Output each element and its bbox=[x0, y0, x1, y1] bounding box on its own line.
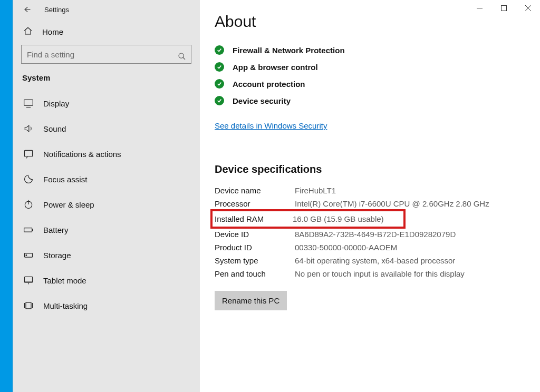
back-button[interactable] bbox=[20, 3, 33, 16]
status-label: Device security bbox=[233, 96, 291, 105]
titlebar: Settings bbox=[13, 0, 200, 19]
window-title: Settings bbox=[44, 6, 69, 14]
sidebar-item-sound[interactable]: Sound bbox=[13, 116, 200, 141]
nav-home-label: Home bbox=[42, 27, 63, 36]
status-label: Account protection bbox=[233, 80, 305, 89]
spec-val-ram: 16.0 GB (15.9 GB usable) bbox=[293, 214, 401, 223]
svg-rect-13 bbox=[32, 229, 33, 231]
close-button[interactable] bbox=[516, 0, 540, 16]
svg-rect-12 bbox=[24, 228, 32, 232]
search-input[interactable] bbox=[21, 45, 191, 64]
sidebar-item-notifications[interactable]: Notifications & actions bbox=[13, 141, 200, 166]
sidebar-item-display[interactable]: Display bbox=[13, 91, 200, 116]
sidebar-item-power[interactable]: Power & sleep bbox=[13, 192, 200, 217]
sidebar-item-battery[interactable]: Battery bbox=[13, 217, 200, 242]
content: About Firewall & Network Protection App … bbox=[200, 0, 540, 392]
check-icon bbox=[215, 79, 224, 89]
spec-table: Device name FireHubLT1 Processor Intel(R… bbox=[215, 186, 525, 278]
check-icon bbox=[215, 45, 224, 55]
check-icon bbox=[215, 96, 224, 105]
battery-icon bbox=[23, 224, 34, 235]
sidebar-item-label: Tablet mode bbox=[43, 276, 86, 285]
sidebar-item-label: Power & sleep bbox=[43, 200, 94, 209]
sound-icon bbox=[23, 123, 34, 134]
svg-rect-7 bbox=[24, 100, 33, 105]
sidebar-item-label: Battery bbox=[43, 226, 69, 234]
tablet-icon bbox=[23, 275, 34, 286]
sidebar-item-label: Notifications & actions bbox=[43, 150, 121, 159]
windows-security-link[interactable]: See details in Windows Security bbox=[215, 121, 327, 130]
sidebar-item-label: Focus assist bbox=[43, 175, 87, 184]
power-icon bbox=[23, 199, 34, 210]
nav-home[interactable]: Home bbox=[13, 19, 200, 45]
sidebar-item-label: Multi-tasking bbox=[43, 301, 88, 310]
search-icon bbox=[178, 52, 186, 63]
status-account[interactable]: Account protection bbox=[215, 79, 525, 89]
home-icon bbox=[23, 26, 33, 37]
svg-point-5 bbox=[179, 53, 184, 58]
spec-val-system-type: 64-bit operating system, x64-based proce… bbox=[295, 256, 525, 265]
status-firewall[interactable]: Firewall & Network Protection bbox=[215, 45, 525, 55]
svg-rect-9 bbox=[25, 150, 33, 156]
sidebar-list: Display Sound Notifications & actions Fo… bbox=[13, 91, 200, 318]
minimize-button[interactable] bbox=[467, 0, 491, 16]
rename-pc-button[interactable]: Rename this PC bbox=[215, 291, 287, 310]
sidebar-item-tablet[interactable]: Tablet mode bbox=[13, 268, 200, 293]
maximize-button[interactable] bbox=[491, 0, 516, 16]
status-label: App & browser control bbox=[233, 63, 318, 72]
check-icon bbox=[215, 62, 224, 72]
spec-val-product-id: 00330-50000-00000-AAOEM bbox=[295, 243, 525, 252]
sidebar-item-focus[interactable]: Focus assist bbox=[13, 166, 200, 192]
spec-val-pen-touch: No pen or touch input is available for t… bbox=[295, 269, 525, 278]
svg-rect-1 bbox=[501, 5, 506, 11]
sidebar-item-storage[interactable]: Storage bbox=[13, 242, 200, 268]
status-label: Firewall & Network Protection bbox=[233, 46, 345, 55]
spec-val-device-name: FireHubLT1 bbox=[295, 186, 525, 195]
settings-window: Settings Home System Display bbox=[13, 0, 540, 392]
sidebar-item-label: Storage bbox=[43, 251, 71, 260]
notifications-icon bbox=[23, 149, 34, 159]
spec-row-ram-highlight: Installed RAM 16.0 GB (15.9 GB usable) bbox=[210, 209, 406, 229]
svg-point-15 bbox=[26, 255, 27, 256]
sidebar-category: System bbox=[13, 73, 200, 91]
spec-val-device-id: 8A6D89A2-732B-4649-B72D-E1D09282079D bbox=[295, 230, 525, 239]
svg-rect-20 bbox=[26, 302, 31, 309]
spec-key-product-id: Product ID bbox=[215, 243, 288, 252]
status-device-security[interactable]: Device security bbox=[215, 96, 525, 105]
storage-icon bbox=[23, 250, 34, 260]
spec-key-ram: Installed RAM bbox=[213, 214, 286, 223]
sidebar-item-multitasking[interactable]: Multi-tasking bbox=[13, 293, 200, 318]
device-spec-title: Device specifications bbox=[215, 163, 525, 175]
sidebar: Settings Home System Display bbox=[13, 0, 200, 392]
focus-icon bbox=[23, 174, 34, 184]
status-app-browser[interactable]: App & browser control bbox=[215, 62, 525, 72]
svg-line-6 bbox=[183, 57, 185, 60]
spec-key-pen-touch: Pen and touch bbox=[215, 269, 288, 278]
search-wrap bbox=[13, 45, 200, 73]
multitasking-icon bbox=[23, 300, 34, 311]
spec-key-processor: Processor bbox=[215, 199, 288, 208]
sidebar-item-label: Sound bbox=[43, 124, 66, 133]
sidebar-item-label: Display bbox=[43, 99, 69, 108]
svg-rect-16 bbox=[25, 277, 33, 282]
spec-val-processor: Intel(R) Core(TM) i7-6600U CPU @ 2.60GHz… bbox=[295, 199, 525, 208]
window-controls bbox=[467, 0, 540, 16]
display-icon bbox=[23, 98, 34, 109]
spec-key-system-type: System type bbox=[215, 256, 288, 265]
spec-key-device-name: Device name bbox=[215, 186, 288, 195]
spec-key-device-id: Device ID bbox=[215, 230, 288, 239]
